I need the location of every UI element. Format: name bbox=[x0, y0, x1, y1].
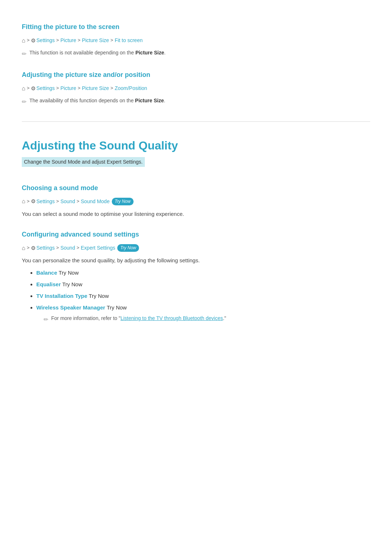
equaliser-try-now-badge[interactable]: Try Now bbox=[62, 281, 82, 287]
fit-to-screen-section: Fitting the picture to the screen ⌂ > ⚙ … bbox=[22, 22, 370, 59]
pencil-icon-2: ✏ bbox=[22, 97, 26, 107]
sep4: > bbox=[110, 37, 113, 44]
sound-mode-breadcrumb: ⌂ > ⚙ Settings > Sound > Sound Mode Try … bbox=[22, 197, 370, 206]
picture-link-2[interactable]: Picture bbox=[60, 84, 76, 92]
home-icon-4: ⌂ bbox=[22, 243, 25, 253]
bluetooth-link[interactable]: Listening to the TV through Bluetooth de… bbox=[121, 315, 223, 321]
sound-link-2[interactable]: Sound bbox=[60, 244, 75, 252]
sep3d: > bbox=[77, 244, 79, 252]
settings-link-4[interactable]: Settings bbox=[36, 244, 55, 252]
sound-mode-try-now-badge[interactable]: Try Now bbox=[112, 198, 134, 205]
list-item-equaliser: Equaliser Try Now bbox=[36, 280, 370, 289]
sound-mode-link[interactable]: Sound Mode bbox=[81, 197, 110, 205]
wireless-speaker-link[interactable]: Wireless Speaker Manager bbox=[36, 304, 105, 311]
sound-quality-section: Adjusting the Sound Quality Change the S… bbox=[22, 136, 370, 172]
settings-link[interactable]: Settings bbox=[36, 36, 55, 44]
sep1c: > bbox=[27, 198, 30, 205]
fit-note-row: ✏ This function is not available dependi… bbox=[22, 49, 370, 59]
sep1d: > bbox=[27, 244, 30, 252]
gear-icon-3: ⚙ bbox=[31, 197, 36, 206]
pencil-icon: ✏ bbox=[22, 49, 26, 59]
zoom-note-text: The availability of this function depend… bbox=[29, 97, 165, 104]
tv-installation-link[interactable]: TV Installation Type bbox=[36, 293, 87, 299]
zoom-position-section: Adjusting the picture size and/or positi… bbox=[22, 70, 370, 107]
picture-size-bold-link[interactable]: Picture Size bbox=[135, 50, 164, 56]
sep1b: > bbox=[27, 85, 30, 92]
sep1: > bbox=[27, 37, 30, 44]
equaliser-link[interactable]: Equaliser bbox=[36, 281, 61, 287]
balance-link[interactable]: Balance bbox=[36, 270, 57, 276]
expert-settings-try-now-badge[interactable]: Try Now bbox=[117, 244, 139, 252]
sep2d: > bbox=[56, 244, 59, 252]
divider-1 bbox=[22, 121, 370, 122]
picture-size-link[interactable]: Picture Size bbox=[82, 36, 109, 44]
sep2c: > bbox=[56, 198, 59, 205]
fit-to-screen-breadcrumb: ⌂ > ⚙ Settings > Picture > Picture Size … bbox=[22, 36, 370, 45]
choosing-sound-title: Choosing a sound mode bbox=[22, 183, 370, 193]
picture-size-link-2[interactable]: Picture Size bbox=[82, 84, 109, 92]
home-icon-2: ⌂ bbox=[22, 84, 25, 93]
fit-note-text: This function is not available depending… bbox=[29, 49, 166, 57]
choosing-sound-mode-section: Choosing a sound mode ⌂ > ⚙ Settings > S… bbox=[22, 183, 370, 218]
tv-installation-try-now-badge[interactable]: Try Now bbox=[89, 293, 109, 299]
sep3c: > bbox=[77, 198, 79, 205]
home-icon: ⌂ bbox=[22, 36, 25, 45]
sep3b: > bbox=[78, 85, 81, 92]
sep4b: > bbox=[110, 85, 113, 92]
sep2: > bbox=[56, 37, 59, 44]
balance-try-now-badge[interactable]: Try Now bbox=[58, 270, 78, 276]
sep3: > bbox=[78, 37, 81, 44]
advanced-sound-body: You can personalize the sound quaility, … bbox=[22, 256, 370, 265]
zoom-position-title: Adjusting the picture size and/or positi… bbox=[22, 70, 370, 80]
expert-settings-link[interactable]: Expert Settings bbox=[81, 244, 115, 252]
gear-icon-4: ⚙ bbox=[31, 244, 36, 253]
expert-settings-breadcrumb: ⌂ > ⚙ Settings > Sound > Expert Settings… bbox=[22, 243, 370, 253]
gear-icon: ⚙ bbox=[31, 36, 36, 45]
home-icon-3: ⌂ bbox=[22, 197, 25, 206]
sound-link[interactable]: Sound bbox=[60, 197, 75, 205]
picture-link[interactable]: Picture bbox=[60, 36, 76, 44]
wireless-speaker-note-row: ✏ For more information, refer to "Listen… bbox=[44, 314, 370, 324]
picture-size-bold-link-2[interactable]: Picture Size bbox=[135, 98, 164, 103]
gear-icon-2: ⚙ bbox=[31, 84, 36, 93]
fit-to-screen-title: Fitting the picture to the screen bbox=[22, 22, 370, 32]
list-item-balance: Balance Try Now bbox=[36, 268, 370, 277]
settings-link-2[interactable]: Settings bbox=[36, 84, 55, 92]
pencil-icon-3: ✏ bbox=[44, 315, 48, 324]
wireless-speaker-note: For more information, refer to "Listenin… bbox=[51, 314, 226, 322]
sound-quality-subtitle: Change the Sound Mode and adjust Expert … bbox=[22, 157, 145, 167]
zoom-position-link[interactable]: Zoom/Position bbox=[115, 84, 147, 92]
list-item-tv-installation: TV Installation Type Try Now bbox=[36, 292, 370, 300]
wireless-speaker-try-now-badge[interactable]: Try Now bbox=[107, 304, 127, 311]
settings-link-3[interactable]: Settings bbox=[36, 197, 55, 205]
advanced-sound-title: Configuring advanced sound settings bbox=[22, 229, 370, 240]
list-item-wireless-speaker: Wireless Speaker Manager Try Now ✏ For m… bbox=[36, 303, 370, 324]
choosing-sound-body: You can select a sound mode to optimise … bbox=[22, 210, 370, 218]
zoom-note-row: ✏ The availability of this function depe… bbox=[22, 97, 370, 107]
fit-to-screen-link[interactable]: Fit to screen bbox=[115, 36, 143, 44]
advanced-sound-list: Balance Try Now Equaliser Try Now TV Ins… bbox=[22, 268, 370, 324]
sep2b: > bbox=[56, 85, 59, 92]
zoom-position-breadcrumb: ⌂ > ⚙ Settings > Picture > Picture Size … bbox=[22, 84, 370, 93]
sound-quality-title: Adjusting the Sound Quality bbox=[22, 136, 370, 155]
advanced-sound-section: Configuring advanced sound settings ⌂ > … bbox=[22, 229, 370, 324]
